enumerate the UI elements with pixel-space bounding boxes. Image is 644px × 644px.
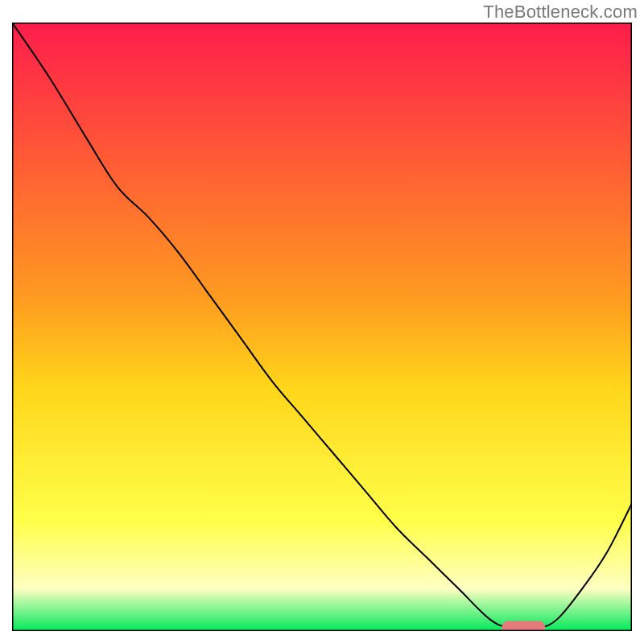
chart-svg: [12, 23, 632, 631]
attribution-label: TheBottleneck.com: [483, 2, 638, 23]
chart-root: TheBottleneck.com: [0, 0, 644, 644]
chart-background: [12, 23, 632, 631]
bottleneck-chart: [12, 23, 632, 631]
sweet-spot-marker: [502, 621, 545, 631]
